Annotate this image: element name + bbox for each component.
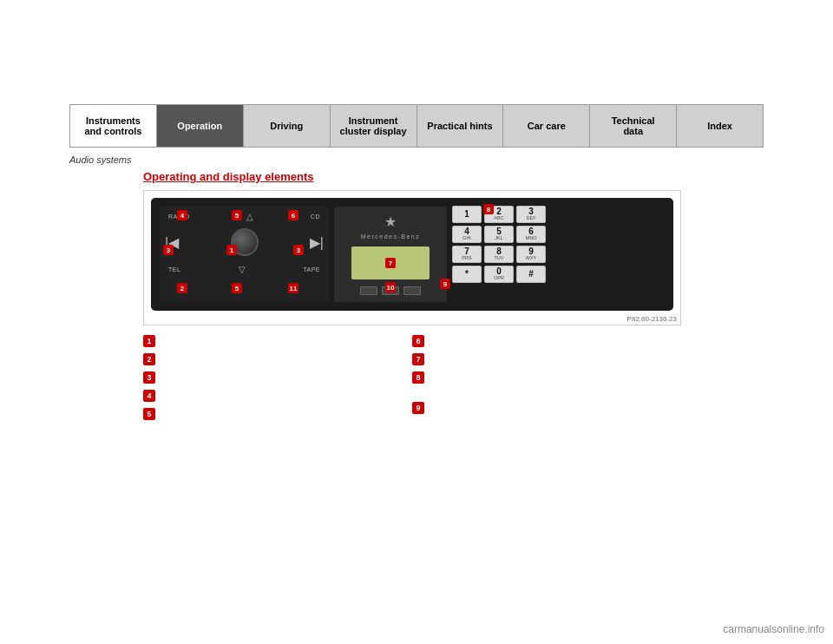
nav-instrument-cluster-display[interactable]: Instrumentcluster display [331, 105, 417, 147]
item-num-7: 7 [412, 353, 424, 365]
nav-instruments-controls[interactable]: Instrumentsand controls [70, 105, 157, 147]
item-num-9: 9 [412, 402, 424, 414]
key-4-ghi[interactable]: 4GHI [452, 226, 482, 243]
key-0-opr[interactable]: 0OPR [484, 266, 514, 283]
bottom-btn-left[interactable] [360, 286, 377, 295]
nav-operation[interactable]: Operation [157, 105, 244, 147]
keypad: 1 2ABC 3DEF 4GHI 5JKL 6MNO 7PRS 8TUV 9WX… [452, 206, 546, 303]
list-item-7: 7 [412, 352, 681, 365]
item-num-8: 8 [412, 371, 424, 384]
nav-driving[interactable]: Driving [244, 105, 331, 147]
key-5-jkl[interactable]: 5JKL [484, 226, 514, 243]
list-item-6: 6 [412, 334, 681, 347]
badge-2: 2 [177, 283, 187, 293]
down-triangle-icon: ▽ [239, 265, 246, 274]
item-num-4: 4 [143, 390, 155, 402]
watermark: carmanualsonline.info [723, 623, 824, 635]
bottom-buttons: 10 [360, 286, 421, 295]
keypad-wrapper: 8 9 1 2ABC 3DEF 4GHI 5JKL 6MNO 7PRS 8TUV… [452, 206, 546, 303]
badge-5-top: 5 [232, 210, 242, 220]
list-item-8: 8 [412, 371, 681, 384]
key-3-def[interactable]: 3DEF [516, 206, 546, 223]
badge-4: 4 [177, 210, 187, 220]
tape-label: TAPE [303, 266, 320, 273]
control-panel: 4 5 6 3 1 3 2 5 11 RADIO △ CD |◀ ▶| TEL … [160, 207, 329, 302]
ctrl-middle-row: |◀ ▶| [160, 225, 329, 260]
audio-unit-container: 4 5 6 3 1 3 2 5 11 RADIO △ CD |◀ ▶| TEL … [143, 190, 681, 325]
list-item-2: 2 [143, 352, 412, 365]
ctrl-bottom-row: TEL ▽ TAPE [160, 260, 329, 274]
breadcrumb: Audio systems [69, 154, 764, 165]
item-col-2: 6 7 8 9 [412, 334, 681, 425]
nav-practical-hints[interactable]: Practical hints [417, 105, 504, 147]
badge-3-left: 3 [163, 245, 174, 255]
audio-unit: 4 5 6 3 1 3 2 5 11 RADIO △ CD |◀ ▶| TEL … [151, 198, 673, 311]
key-star[interactable]: * [452, 266, 482, 283]
triangle-icon: △ [246, 212, 253, 221]
badge-10: 10 [385, 282, 396, 292]
badge-3-right: 3 [293, 245, 304, 255]
nav-car-care[interactable]: Car care [503, 105, 590, 147]
key-9-wxy[interactable]: 9WXY [516, 246, 546, 263]
item-num-1: 1 [143, 335, 155, 347]
item-num-2: 2 [143, 353, 155, 365]
badge-1: 1 [226, 245, 237, 255]
item-col-1: 1 2 3 4 5 [143, 334, 412, 425]
item-num-3: 3 [143, 371, 155, 384]
key-7-prs[interactable]: 7PRS [452, 246, 482, 263]
nav-technical-data[interactable]: Technicaldata [590, 105, 677, 147]
badge-11: 11 [288, 283, 298, 293]
brand-name: Mercedes-Benz [361, 233, 421, 240]
key-hash[interactable]: # [516, 266, 546, 283]
item-num-5: 5 [143, 408, 155, 420]
item-list: 1 2 3 4 5 6 7 8 [143, 334, 681, 425]
tel-label: TEL [168, 266, 180, 273]
navigation-bar: Instrumentsand controls Operation Drivin… [69, 104, 764, 148]
badge-6: 6 [288, 210, 298, 220]
list-item-1: 1 [143, 334, 412, 347]
bottom-btn-middle[interactable]: 10 [382, 286, 399, 295]
nav-index[interactable]: Index [677, 105, 763, 147]
badge-8: 8 [483, 204, 494, 214]
mercedes-star-logo: ★ [384, 214, 397, 230]
list-item-9: 9 [412, 401, 681, 414]
reference-number: P82.60-2136-23 [627, 315, 677, 323]
item-num-6: 6 [412, 335, 424, 347]
badge-7: 7 [385, 258, 396, 268]
section-heading: Operating and display elements [143, 170, 764, 183]
list-item-3: 3 [143, 371, 412, 384]
next-arrow[interactable]: ▶| [310, 234, 324, 251]
list-item-5: 5 [143, 407, 412, 420]
bottom-btn-right[interactable] [403, 286, 421, 295]
cd-label: CD [311, 214, 320, 220]
badge-9: 9 [440, 279, 450, 289]
key-1[interactable]: 1 [452, 206, 482, 223]
key-6-mno[interactable]: 6MNO [516, 226, 546, 243]
display-screen: 7 [351, 246, 430, 279]
badge-5-bottom: 5 [232, 283, 242, 293]
list-item-4: 4 [143, 389, 412, 402]
logo-display-panel: ★ Mercedes-Benz 7 10 [334, 207, 447, 302]
key-8-tuv[interactable]: 8TUV [484, 246, 514, 263]
